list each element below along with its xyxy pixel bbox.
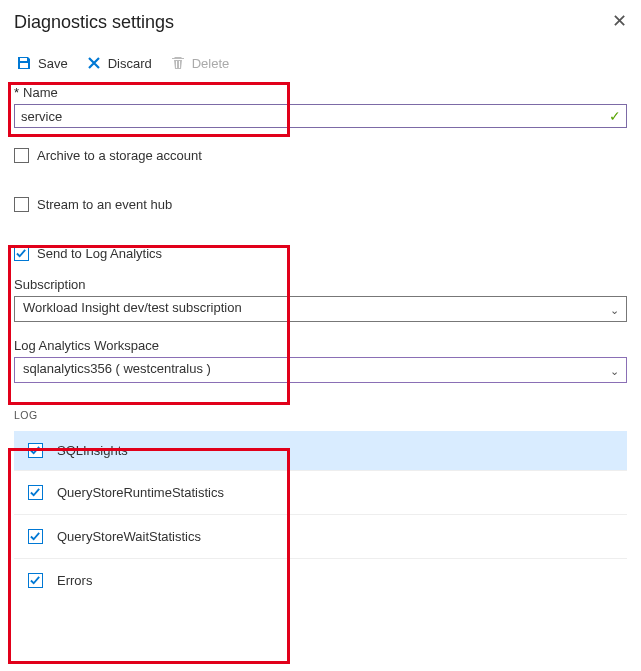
trash-icon [170, 55, 186, 71]
log-name: SQLInsights [57, 443, 128, 458]
close-icon[interactable]: ✕ [612, 12, 627, 30]
subscription-select[interactable]: Workload Insight dev/test subscription [14, 296, 627, 322]
log-name: QueryStoreWaitStatistics [57, 529, 201, 544]
check-icon: ✓ [609, 108, 621, 124]
name-label: *Name [14, 85, 627, 100]
log-item[interactable]: Errors [14, 558, 627, 602]
save-icon [16, 55, 32, 71]
log-item[interactable]: SQLInsights [14, 431, 627, 470]
log-checkbox[interactable] [28, 573, 43, 588]
name-input[interactable] [14, 104, 627, 128]
discard-icon [86, 55, 102, 71]
subscription-value: Workload Insight dev/test subscription [23, 300, 242, 315]
log-name: Errors [57, 573, 92, 588]
subscription-label: Subscription [14, 277, 627, 292]
log-item[interactable]: QueryStoreWaitStatistics [14, 514, 627, 558]
delete-button: Delete [170, 55, 230, 71]
loganalytics-checkbox[interactable] [14, 246, 29, 261]
log-item[interactable]: QueryStoreRuntimeStatistics [14, 470, 627, 514]
workspace-select[interactable]: sqlanalytics356 ( westcentralus ) [14, 357, 627, 383]
log-name: QueryStoreRuntimeStatistics [57, 485, 224, 500]
workspace-label: Log Analytics Workspace [14, 338, 627, 353]
log-section-title: LOG [14, 409, 627, 421]
save-label: Save [38, 56, 68, 71]
stream-checkbox[interactable] [14, 197, 29, 212]
stream-label: Stream to an event hub [37, 197, 172, 212]
toolbar: Save Discard Delete [14, 55, 627, 71]
loganalytics-label: Send to Log Analytics [37, 246, 162, 261]
workspace-value: sqlanalytics356 ( westcentralus ) [23, 361, 211, 376]
discard-label: Discard [108, 56, 152, 71]
discard-button[interactable]: Discard [86, 55, 152, 71]
save-button[interactable]: Save [16, 55, 68, 71]
archive-checkbox[interactable] [14, 148, 29, 163]
log-checkbox[interactable] [28, 529, 43, 544]
log-checkbox[interactable] [28, 485, 43, 500]
archive-label: Archive to a storage account [37, 148, 202, 163]
log-list: SQLInsights QueryStoreRuntimeStatistics … [14, 431, 627, 602]
page-title: Diagnostics settings [14, 12, 174, 33]
log-checkbox[interactable] [28, 443, 43, 458]
delete-label: Delete [192, 56, 230, 71]
required-star: * [14, 85, 19, 100]
